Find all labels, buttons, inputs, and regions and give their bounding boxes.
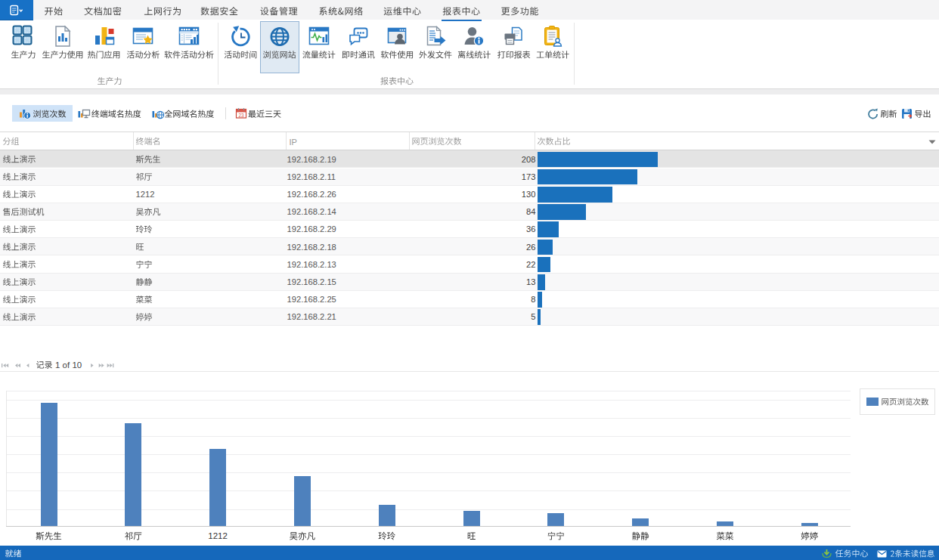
svg-text:23: 23 xyxy=(238,113,244,118)
